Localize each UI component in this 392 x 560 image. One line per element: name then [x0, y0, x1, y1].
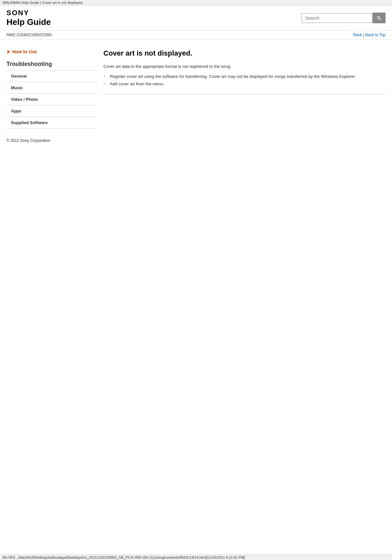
back-to-top-link[interactable]: Back to Top: [366, 33, 386, 37]
list-item: Register cover art using the software fo…: [103, 73, 386, 80]
header-right: [302, 13, 386, 23]
nav-links: Back | Back to Top: [353, 33, 386, 37]
sidebar-item-supplied-software[interactable]: Supplied Software: [6, 117, 97, 129]
site-header: SONY Help Guide: [0, 5, 392, 31]
sony-logo: SONY: [6, 9, 51, 17]
sidebar-item-how-to-use[interactable]: ➤ How to Use: [6, 49, 97, 54]
list-item: Add cover art from the menu.: [103, 80, 386, 88]
header-left: SONY Help Guide: [6, 9, 51, 27]
article-intro: Cover art data in the appropriate format…: [103, 64, 386, 69]
browser-title-text: WALKMAN Help Guide | Cover art is not di…: [3, 1, 83, 5]
article-content: Cover art is not displayed. Cover art da…: [103, 46, 386, 143]
bullet-list: Register cover art using the software fo…: [103, 73, 386, 88]
search-button[interactable]: [373, 13, 386, 23]
article-title: Cover art is not displayed.: [103, 49, 386, 58]
chevron-right-icon: ➤: [6, 49, 10, 54]
svg-line-1: [380, 18, 381, 20]
nav-bar: NWZ-Z1040/Z1050/Z1060 Back | Back to Top: [0, 31, 392, 39]
sidebar-item-music[interactable]: Music: [6, 82, 97, 94]
search-input[interactable]: [302, 13, 373, 23]
sidebar-item-general[interactable]: General: [6, 70, 97, 82]
nav-separator: |: [363, 33, 364, 37]
browser-title-bar: WALKMAN Help Guide | Cover art is not di…: [0, 0, 392, 5]
how-to-use-label: How to Use: [12, 49, 37, 54]
back-link[interactable]: Back: [353, 33, 362, 37]
svg-point-0: [377, 16, 380, 19]
copyright: © 2012 Sony Corporation: [6, 138, 97, 143]
troubleshooting-heading: Troubleshooting: [6, 61, 97, 70]
help-guide-title: Help Guide: [6, 17, 51, 27]
sidebar-item-apps[interactable]: Apps: [6, 105, 97, 117]
device-model: NWZ-Z1040/Z1050/Z1060: [6, 33, 52, 37]
sidebar-item-video-photo[interactable]: Video / Photo: [6, 94, 97, 105]
sidebar: ➤ How to Use Troubleshooting General Mus…: [6, 46, 97, 143]
content-divider: [103, 94, 386, 94]
search-icon: [377, 16, 381, 21]
main-container: ➤ How to Use Troubleshooting General Mus…: [0, 39, 392, 149]
